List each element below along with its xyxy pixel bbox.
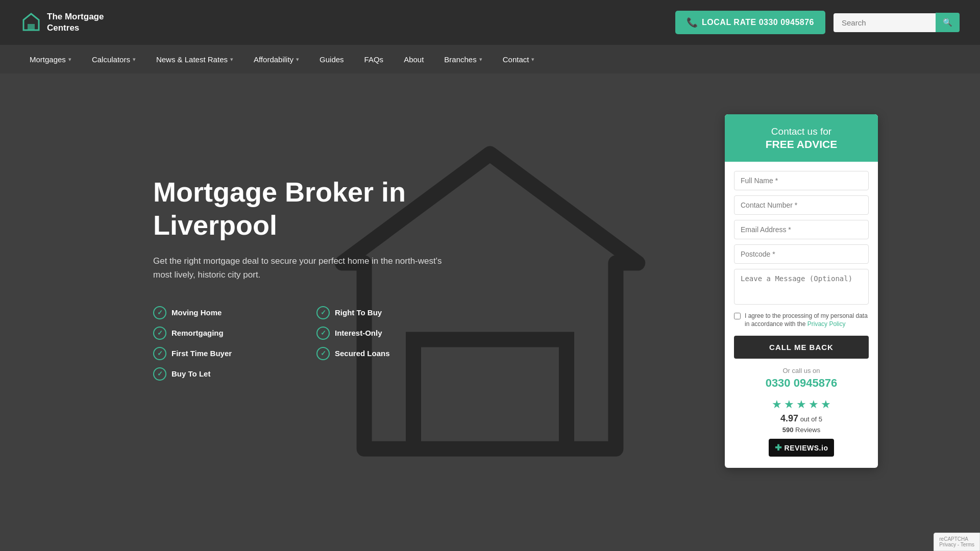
svg-rect-1	[28, 24, 35, 30]
contact-card: Contact us for FREE ADVICE I agree to th…	[725, 114, 878, 468]
contact-card-form: I agree to the processing of my personal…	[725, 162, 878, 468]
star-1: ★	[772, 398, 782, 411]
check-icon: ✓	[153, 367, 166, 381]
stars-rating: ★ ★ ★ ★ ★	[734, 398, 869, 411]
header-actions: 📞 LOCAL RATE 0330 0945876 🔍	[675, 11, 960, 34]
star-4: ★	[808, 398, 819, 411]
message-field[interactable]	[734, 269, 869, 305]
rating-row: 4.97 out of 5	[734, 413, 869, 424]
contact-card-title: Contact us for	[735, 126, 868, 138]
contact-card-subtitle: FREE ADVICE	[735, 138, 868, 151]
postcode-field[interactable]	[734, 244, 869, 264]
check-icon: ✓	[153, 327, 166, 340]
nav-item-guides[interactable]: Guides	[310, 45, 353, 73]
chevron-down-icon: ▾	[68, 56, 71, 63]
reviews-count-row: 590 Reviews	[734, 426, 869, 434]
chevron-down-icon: ▾	[531, 56, 534, 63]
feature-interest-only: ✓ Interest-Only	[316, 327, 449, 340]
call-back-button[interactable]: CALL ME BACK	[734, 336, 869, 359]
nav-item-mortgages[interactable]: Mortgages ▾	[20, 45, 81, 73]
feature-secured-loans: ✓ Secured Loans	[316, 347, 449, 360]
feature-buy-to-let: ✓ Buy To Let	[153, 367, 286, 381]
star-5: ★	[821, 398, 831, 411]
main-nav: Mortgages ▾ Calculators ▾ News & Latest …	[0, 45, 980, 73]
check-icon: ✓	[153, 347, 166, 360]
star-2: ★	[784, 398, 794, 411]
nav-item-about[interactable]: About	[395, 45, 433, 73]
feature-first-time-buyer: ✓ First Time Buyer	[153, 347, 286, 360]
contact-card-header: Contact us for FREE ADVICE	[725, 114, 878, 162]
privacy-consent-row: I agree to the processing of my personal…	[734, 312, 869, 329]
reviews-badge-text: REVIEWS.io	[785, 444, 828, 452]
reviews-icon: ✚	[775, 443, 781, 453]
logo[interactable]: The Mortgage Centres	[20, 11, 104, 34]
nav-item-faqs[interactable]: FAQs	[355, 45, 393, 73]
full-name-field[interactable]	[734, 171, 869, 190]
reviews-count: 590	[782, 426, 794, 434]
privacy-policy-link[interactable]: Privacy Policy	[807, 320, 846, 328]
reviews-badge[interactable]: ✚ REVIEWS.io	[769, 439, 835, 457]
local-rate-button[interactable]: 📞 LOCAL RATE 0330 0945876	[675, 11, 825, 34]
check-icon: ✓	[316, 347, 330, 360]
check-icon: ✓	[316, 327, 330, 340]
hero-title: Mortgage Broker in Liverpool	[153, 176, 449, 242]
chevron-down-icon: ▾	[133, 56, 136, 63]
features-grid: ✓ Moving Home ✓ Right To Buy ✓ Remortgag…	[153, 306, 449, 381]
search-input[interactable]	[834, 13, 936, 32]
search-button[interactable]: 🔍	[936, 13, 960, 32]
search-icon: 🔍	[943, 18, 952, 27]
logo-icon	[20, 12, 42, 33]
nav-item-calculators[interactable]: Calculators ▾	[83, 45, 145, 73]
nav-item-branches[interactable]: Branches ▾	[435, 45, 491, 73]
chevron-down-icon: ▾	[230, 56, 233, 63]
privacy-checkbox[interactable]	[734, 313, 741, 319]
rating-score: 4.97	[780, 413, 798, 423]
feature-remortgaging: ✓ Remortgaging	[153, 327, 286, 340]
logo-text: The Mortgage Centres	[47, 11, 104, 34]
hero-description: Get the right mortgage deal to secure yo…	[153, 254, 449, 282]
header: The Mortgage Centres 📞 LOCAL RATE 0330 0…	[0, 0, 980, 45]
phone-icon: 📞	[687, 17, 698, 28]
check-icon: ✓	[316, 306, 330, 319]
star-3: ★	[796, 398, 806, 411]
hero-content: Mortgage Broker in Liverpool Get the rig…	[153, 114, 449, 381]
contact-phone-number[interactable]: 0330 0945876	[734, 377, 869, 390]
nav-item-news[interactable]: News & Latest Rates ▾	[147, 45, 242, 73]
nav-item-affordability[interactable]: Affordability ▾	[244, 45, 308, 73]
check-icon: ✓	[153, 306, 166, 319]
feature-right-to-buy: ✓ Right To Buy	[316, 306, 449, 319]
chevron-down-icon: ▾	[479, 56, 482, 63]
hero-section: Mortgage Broker in Liverpool Get the rig…	[0, 73, 980, 551]
email-field[interactable]	[734, 220, 869, 239]
nav-item-contact[interactable]: Contact ▾	[494, 45, 544, 73]
contact-number-field[interactable]	[734, 195, 869, 215]
chevron-down-icon: ▾	[296, 56, 299, 63]
recaptcha-widget: reCAPTCHA Privacy - Terms	[934, 533, 980, 551]
search-area: 🔍	[834, 13, 960, 32]
or-call-text: Or call us on	[734, 367, 869, 374]
privacy-text: I agree to the processing of my personal…	[745, 312, 869, 329]
feature-moving-home: ✓ Moving Home	[153, 306, 286, 319]
